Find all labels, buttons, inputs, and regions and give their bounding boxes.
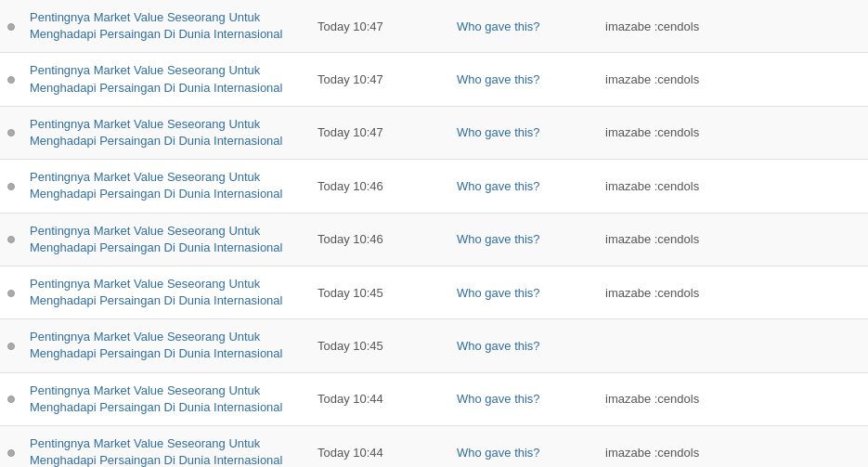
- who-gave-link[interactable]: Who gave this?: [457, 392, 540, 406]
- user-cell: imazabe :cendols: [598, 426, 868, 468]
- user-cell: imazabe :cendols: [598, 106, 868, 159]
- who-gave-link[interactable]: Who gave this?: [457, 232, 540, 246]
- who-gave-link[interactable]: Who gave this?: [457, 339, 540, 353]
- title-link[interactable]: Pentingnya Market Value Seseorang Untuk …: [30, 63, 282, 94]
- status-dot: [7, 449, 15, 457]
- who-gave-cell: Who gave this?: [449, 53, 598, 106]
- who-gave-link[interactable]: Who gave this?: [457, 286, 540, 300]
- time-cell: Today 10:45: [310, 266, 449, 318]
- status-dot: [7, 396, 15, 403]
- who-gave-cell: Who gave this?: [449, 372, 598, 425]
- time-cell: Today 10:47: [310, 106, 449, 159]
- table-row: Pentingnya Market Value Seseorang Untuk …: [0, 53, 868, 106]
- title-cell: Pentingnya Market Value Seseorang Untuk …: [22, 0, 310, 53]
- table-row: Pentingnya Market Value Seseorang Untuk …: [0, 160, 868, 213]
- time-cell: Today 10:44: [310, 426, 449, 468]
- title-cell: Pentingnya Market Value Seseorang Untuk …: [22, 213, 310, 266]
- user-cell: imazabe :cendols: [598, 53, 868, 106]
- who-gave-link[interactable]: Who gave this?: [457, 19, 540, 33]
- time-cell: Today 10:45: [310, 319, 449, 372]
- row-indicator: [0, 213, 22, 266]
- user-cell: imazabe :cendols: [598, 372, 868, 425]
- table-row: Pentingnya Market Value Seseorang Untuk …: [0, 266, 868, 318]
- status-dot: [7, 236, 15, 243]
- time-cell: Today 10:47: [310, 0, 449, 53]
- row-indicator: [0, 106, 22, 159]
- who-gave-cell: Who gave this?: [449, 266, 598, 318]
- user-cell: imazabe :cendols: [598, 0, 868, 53]
- who-gave-link[interactable]: Who gave this?: [457, 446, 540, 460]
- title-cell: Pentingnya Market Value Seseorang Untuk …: [22, 106, 310, 159]
- title-link[interactable]: Pentingnya Market Value Seseorang Untuk …: [30, 383, 282, 414]
- status-dot: [7, 343, 15, 350]
- title-link[interactable]: Pentingnya Market Value Seseorang Untuk …: [30, 436, 282, 467]
- title-cell: Pentingnya Market Value Seseorang Untuk …: [22, 160, 310, 213]
- who-gave-cell: Who gave this?: [449, 319, 598, 372]
- user-cell: imazabe :cendols: [598, 266, 868, 318]
- row-indicator: [0, 319, 22, 372]
- who-gave-link[interactable]: Who gave this?: [457, 72, 540, 86]
- row-indicator: [0, 372, 22, 425]
- row-indicator: [0, 0, 22, 53]
- status-dot: [7, 76, 15, 84]
- title-link[interactable]: Pentingnya Market Value Seseorang Untuk …: [30, 277, 282, 307]
- table-row: Pentingnya Market Value Seseorang Untuk …: [0, 426, 868, 468]
- status-dot: [7, 129, 15, 136]
- row-indicator: [0, 160, 22, 213]
- title-cell: Pentingnya Market Value Seseorang Untuk …: [22, 426, 310, 468]
- title-cell: Pentingnya Market Value Seseorang Untuk …: [22, 372, 310, 425]
- time-cell: Today 10:46: [310, 213, 449, 266]
- user-cell: imazabe :cendols: [598, 213, 868, 266]
- row-indicator: [0, 266, 22, 318]
- title-cell: Pentingnya Market Value Seseorang Untuk …: [22, 266, 310, 318]
- user-cell: [598, 319, 868, 372]
- table-row: Pentingnya Market Value Seseorang Untuk …: [0, 106, 868, 159]
- who-gave-link[interactable]: Who gave this?: [457, 179, 540, 193]
- time-cell: Today 10:44: [310, 372, 449, 425]
- user-cell: imazabe :cendols: [598, 160, 868, 213]
- table-row: Pentingnya Market Value Seseorang Untuk …: [0, 319, 868, 372]
- title-cell: Pentingnya Market Value Seseorang Untuk …: [22, 53, 310, 106]
- table-row: Pentingnya Market Value Seseorang Untuk …: [0, 372, 868, 425]
- title-link[interactable]: Pentingnya Market Value Seseorang Untuk …: [30, 330, 282, 360]
- title-cell: Pentingnya Market Value Seseorang Untuk …: [22, 319, 310, 372]
- row-indicator: [0, 53, 22, 106]
- who-gave-cell: Who gave this?: [449, 160, 598, 213]
- time-cell: Today 10:46: [310, 160, 449, 213]
- table-row: Pentingnya Market Value Seseorang Untuk …: [0, 213, 868, 266]
- title-link[interactable]: Pentingnya Market Value Seseorang Untuk …: [30, 10, 282, 41]
- row-indicator: [0, 426, 22, 468]
- who-gave-cell: Who gave this?: [449, 0, 598, 53]
- who-gave-cell: Who gave this?: [449, 426, 598, 468]
- table-row: Pentingnya Market Value Seseorang Untuk …: [0, 0, 868, 53]
- title-link[interactable]: Pentingnya Market Value Seseorang Untuk …: [30, 117, 282, 148]
- title-link[interactable]: Pentingnya Market Value Seseorang Untuk …: [30, 170, 282, 201]
- status-dot: [7, 23, 15, 31]
- who-gave-cell: Who gave this?: [449, 213, 598, 266]
- status-dot: [7, 290, 15, 297]
- activity-table: Pentingnya Market Value Seseorang Untuk …: [0, 0, 868, 467]
- who-gave-cell: Who gave this?: [449, 106, 598, 159]
- who-gave-link[interactable]: Who gave this?: [457, 125, 540, 139]
- time-cell: Today 10:47: [310, 53, 449, 106]
- title-link[interactable]: Pentingnya Market Value Seseorang Untuk …: [30, 224, 282, 254]
- status-dot: [7, 183, 15, 190]
